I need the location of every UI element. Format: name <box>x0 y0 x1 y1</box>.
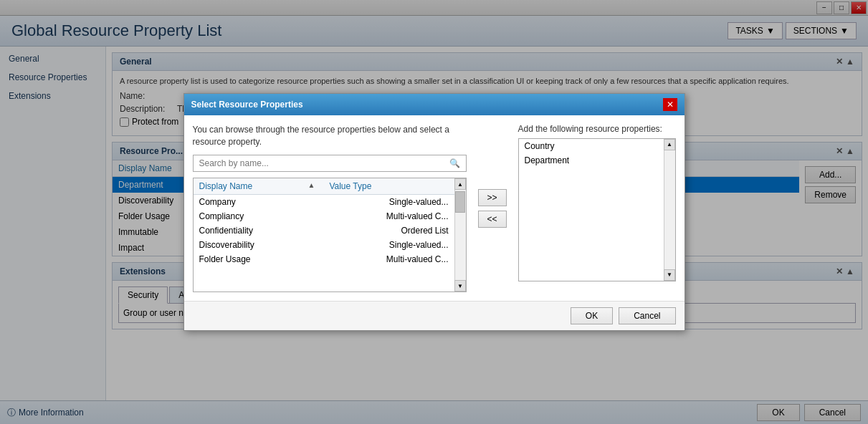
search-input[interactable] <box>194 155 444 171</box>
modal-middle-panel: >> << <box>474 124 511 293</box>
property-list: Display Name ▲ Value Type Company Single… <box>194 178 454 292</box>
move-left-button[interactable]: << <box>478 211 507 228</box>
search-button[interactable]: 🔍 <box>444 155 466 171</box>
prop-row-discoverability[interactable]: Discoverability Single-valued... <box>194 238 454 252</box>
added-scroll-up[interactable]: ▲ <box>664 139 675 150</box>
search-box: 🔍 <box>193 155 467 172</box>
prop-row-company[interactable]: Company Single-valued... <box>194 195 454 209</box>
modal-ok-button[interactable]: OK <box>571 307 613 324</box>
modal-overlay: Select Resource Properties ✕ You can bro… <box>0 0 868 424</box>
modal-close-button[interactable]: ✕ <box>663 98 677 111</box>
added-scroll-down[interactable]: ▼ <box>664 269 675 281</box>
select-resource-properties-dialog: Select Resource Properties ✕ You can bro… <box>183 93 685 332</box>
add-list-label: Add the following resource properties: <box>518 124 676 134</box>
modal-title-bar: Select Resource Properties ✕ <box>184 94 685 115</box>
prop-col-display-name[interactable]: Display Name <box>199 181 307 191</box>
added-item-department[interactable]: Department <box>519 153 664 168</box>
modal-description: You can browse through the resource prop… <box>193 124 467 148</box>
prop-list-header: Display Name ▲ Value Type <box>194 178 454 195</box>
added-list: Country Department <box>519 139 664 281</box>
modal-body: You can browse through the resource prop… <box>184 115 685 302</box>
scroll-down[interactable]: ▼ <box>454 280 466 292</box>
modal-cancel-button[interactable]: Cancel <box>619 307 675 324</box>
property-list-container: Display Name ▲ Value Type Company Single… <box>193 178 467 292</box>
prop-row-folder-usage[interactable]: Folder Usage Multi-valued C... <box>194 252 454 266</box>
modal-footer: OK Cancel <box>184 301 685 330</box>
added-list-scrollbar[interactable]: ▲ ▼ <box>664 139 675 281</box>
search-icon: 🔍 <box>449 158 460 168</box>
modal-left-panel: You can browse through the resource prop… <box>193 124 467 293</box>
scroll-thumb[interactable] <box>455 191 465 213</box>
prop-row-confidentiality[interactable]: Confidentiality Ordered List <box>194 223 454 238</box>
modal-right-panel: Add the following resource properties: C… <box>518 124 676 293</box>
prop-row-compliancy[interactable]: Compliancy Multi-valued C... <box>194 209 454 223</box>
added-item-country[interactable]: Country <box>519 139 664 153</box>
prop-list-scrollbar[interactable]: ▲ ▼ <box>454 178 466 292</box>
prop-col-value-type[interactable]: Value Type <box>329 181 371 191</box>
added-list-container: Country Department ▲ ▼ <box>518 138 676 281</box>
scroll-up[interactable]: ▲ <box>454 178 466 190</box>
modal-title: Select Resource Properties <box>191 100 303 110</box>
prop-sort-icon: ▲ <box>308 181 315 191</box>
move-right-button[interactable]: >> <box>478 189 507 206</box>
